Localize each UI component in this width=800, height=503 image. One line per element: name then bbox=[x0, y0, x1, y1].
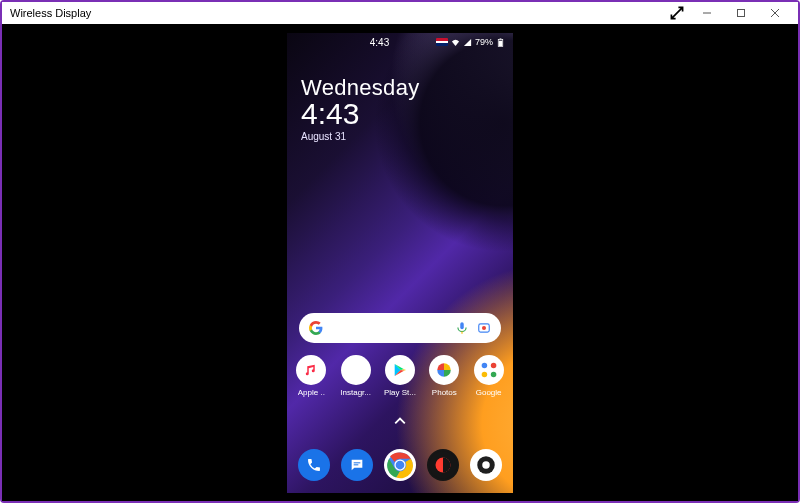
clock-date: August 31 bbox=[301, 131, 419, 142]
app-label: Apple .. bbox=[298, 388, 325, 397]
app-google-folder[interactable]: Google bbox=[469, 355, 509, 397]
google-folder-icon bbox=[474, 355, 504, 385]
svg-point-11 bbox=[358, 365, 360, 367]
instagram-icon bbox=[341, 355, 371, 385]
fullscreen-icon[interactable] bbox=[670, 6, 684, 20]
phone-screen[interactable]: 4:43 79% Wednesday 4:43 August 31 bbox=[287, 33, 513, 493]
app-play-store[interactable]: Play St... bbox=[380, 355, 420, 397]
app-photos[interactable]: Photos bbox=[424, 355, 464, 397]
svg-point-10 bbox=[353, 367, 358, 372]
app-label: Play St... bbox=[384, 388, 416, 397]
clock-widget[interactable]: Wednesday 4:43 August 31 bbox=[301, 75, 419, 142]
clock-time: 4:43 bbox=[301, 99, 419, 129]
mic-icon[interactable] bbox=[455, 321, 469, 335]
dock-chrome[interactable] bbox=[384, 449, 416, 481]
dock-camera[interactable] bbox=[470, 449, 502, 481]
lens-icon[interactable] bbox=[477, 321, 491, 335]
dock-messages[interactable] bbox=[341, 449, 373, 481]
photos-icon bbox=[429, 355, 459, 385]
svg-rect-4 bbox=[499, 40, 503, 45]
titlebar: Wireless Display bbox=[2, 2, 798, 24]
status-bar: 4:43 79% bbox=[287, 37, 513, 48]
google-search-bar[interactable] bbox=[299, 313, 501, 343]
cast-stage: 4:43 79% Wednesday 4:43 August 31 bbox=[2, 24, 798, 501]
svg-point-26 bbox=[482, 461, 490, 469]
battery-pct: 79% bbox=[475, 37, 493, 47]
google-logo-icon bbox=[309, 321, 323, 335]
svg-rect-1 bbox=[738, 10, 745, 17]
svg-point-15 bbox=[490, 371, 496, 377]
wifi-icon bbox=[451, 38, 460, 47]
dock-screen-recorder[interactable] bbox=[427, 449, 459, 481]
apple-music-icon bbox=[296, 355, 326, 385]
svg-rect-16 bbox=[354, 462, 361, 463]
maximize-button[interactable] bbox=[724, 2, 758, 24]
dock bbox=[287, 449, 513, 481]
svg-point-8 bbox=[482, 325, 486, 329]
play-store-icon bbox=[385, 355, 415, 385]
dock-phone[interactable] bbox=[298, 449, 330, 481]
app-label: Instagr... bbox=[340, 388, 371, 397]
status-time: 4:43 bbox=[295, 37, 436, 48]
signal-icon bbox=[463, 38, 472, 47]
svg-point-13 bbox=[490, 362, 496, 368]
svg-rect-5 bbox=[460, 322, 464, 329]
battery-icon bbox=[496, 38, 505, 47]
svg-point-12 bbox=[481, 362, 487, 368]
app-window: Wireless Display 4:43 79% bbox=[0, 0, 800, 503]
window-title: Wireless Display bbox=[10, 7, 670, 19]
app-drawer-handle[interactable] bbox=[394, 413, 406, 431]
minimize-button[interactable] bbox=[690, 2, 724, 24]
svg-rect-17 bbox=[354, 464, 359, 465]
app-instagram[interactable]: Instagr... bbox=[336, 355, 376, 397]
home-app-row: Apple .. Instagr... Play St... bbox=[287, 355, 513, 397]
locale-flag-icon bbox=[436, 38, 448, 46]
svg-point-21 bbox=[396, 460, 405, 469]
app-label: Photos bbox=[432, 388, 457, 397]
svg-rect-3 bbox=[500, 38, 502, 39]
app-label: Google bbox=[476, 388, 502, 397]
svg-point-14 bbox=[481, 371, 487, 377]
close-button[interactable] bbox=[758, 2, 792, 24]
app-apple-music[interactable]: Apple .. bbox=[291, 355, 331, 397]
